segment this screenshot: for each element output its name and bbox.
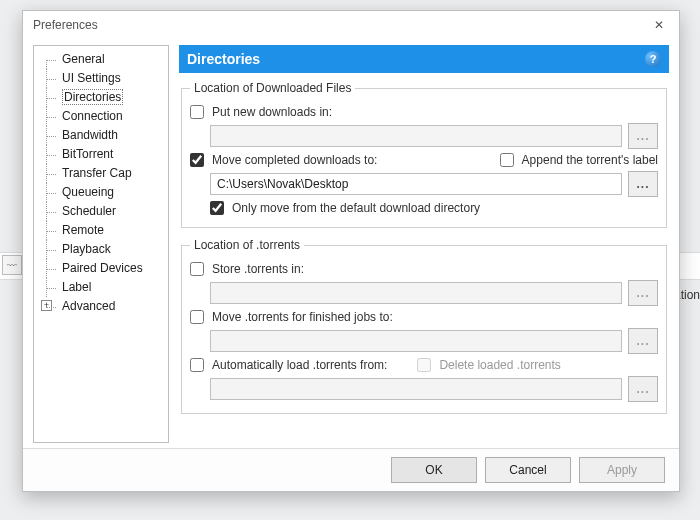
checkbox-input[interactable] <box>190 310 204 324</box>
settings-panel: Directories ? Location of Downloaded Fil… <box>179 45 669 443</box>
browse-button[interactable]: ... <box>628 376 658 402</box>
checkbox-label: Put new downloads in: <box>212 104 332 120</box>
group-legend-torrents: Location of .torrents <box>190 238 304 252</box>
checkbox-only-move-default[interactable]: Only move from the default download dire… <box>210 200 480 216</box>
tree-item-label[interactable]: Label <box>34 278 168 297</box>
put-new-path-input[interactable] <box>210 125 622 147</box>
checkbox-input[interactable] <box>190 153 204 167</box>
tree-item-transfer-cap[interactable]: Transfer Cap <box>34 164 168 183</box>
checkbox-input[interactable] <box>210 201 224 215</box>
tree-item-general[interactable]: General <box>34 50 168 69</box>
tree-item-bandwidth[interactable]: Bandwidth <box>34 126 168 145</box>
tree-item-label: Playback <box>62 242 111 256</box>
expand-icon[interactable]: + <box>41 300 52 311</box>
store-torrents-path-input[interactable] <box>210 282 622 304</box>
cancel-button[interactable]: Cancel <box>485 457 571 483</box>
checkbox-append-label[interactable]: Append the torrent's label <box>500 152 658 168</box>
tree-item-label: Transfer Cap <box>62 166 132 180</box>
tree-item-label: Directories <box>62 89 123 105</box>
checkbox-store-torrents[interactable]: Store .torrents in: <box>190 261 304 277</box>
tree-item-label: UI Settings <box>62 71 121 85</box>
group-downloaded-files: Location of Downloaded Files Put new dow… <box>181 81 667 228</box>
move-completed-path-input[interactable] <box>210 173 622 195</box>
checkbox-input <box>417 358 431 372</box>
tree-item-ui-settings[interactable]: UI Settings <box>34 69 168 88</box>
close-icon: ✕ <box>654 18 664 32</box>
checkbox-label: Move .torrents for finished jobs to: <box>212 309 393 325</box>
window-title: Preferences <box>33 18 639 32</box>
checkbox-label: Append the torrent's label <box>522 152 658 168</box>
checkbox-delete-loaded: Delete loaded .torrents <box>417 357 560 373</box>
tree-item-label: Remote <box>62 223 104 237</box>
group-torrents-location: Location of .torrents Store .torrents in… <box>181 238 667 414</box>
help-icon[interactable]: ? <box>645 51 661 67</box>
auto-load-path-input[interactable] <box>210 378 622 400</box>
tree-item-playback[interactable]: Playback <box>34 240 168 259</box>
tree-item-queueing[interactable]: Queueing <box>34 183 168 202</box>
tree-item-label-text: Label <box>62 280 91 294</box>
tree-item-label: Queueing <box>62 185 114 199</box>
checkbox-auto-load-torrents[interactable]: Automatically load .torrents from: <box>190 357 387 373</box>
checkbox-move-completed[interactable]: Move completed downloads to: <box>190 152 377 168</box>
category-tree[interactable]: General UI Settings Directories Connecti… <box>33 45 169 443</box>
tree-item-label: Scheduler <box>62 204 116 218</box>
checkbox-label: Store .torrents in: <box>212 261 304 277</box>
background-toolbar-button[interactable]: 〰 <box>2 255 22 275</box>
tree-item-directories[interactable]: Directories <box>34 88 168 107</box>
tree-item-label: Connection <box>62 109 123 123</box>
checkbox-input[interactable] <box>190 105 204 119</box>
tree-item-label: Bandwidth <box>62 128 118 142</box>
checkbox-move-finished-torrents[interactable]: Move .torrents for finished jobs to: <box>190 309 393 325</box>
dialog-footer: OK Cancel Apply <box>23 448 679 491</box>
tree-item-advanced[interactable]: + Advanced <box>34 297 168 316</box>
tree-item-remote[interactable]: Remote <box>34 221 168 240</box>
checkbox-label: Automatically load .torrents from: <box>212 357 387 373</box>
titlebar: Preferences ✕ <box>23 11 679 39</box>
checkbox-label: Move completed downloads to: <box>212 152 377 168</box>
preferences-dialog: Preferences ✕ General UI Settings Direct… <box>22 10 680 492</box>
tree-item-label: Advanced <box>62 299 115 313</box>
tree-item-label: Paired Devices <box>62 261 143 275</box>
checkbox-label: Delete loaded .torrents <box>439 357 560 373</box>
move-finished-path-input[interactable] <box>210 330 622 352</box>
browse-button[interactable]: ... <box>628 171 658 197</box>
tree-item-bittorrent[interactable]: BitTorrent <box>34 145 168 164</box>
ok-button[interactable]: OK <box>391 457 477 483</box>
tree-item-label: General <box>62 52 105 66</box>
browse-button[interactable]: ... <box>628 123 658 149</box>
tree-item-paired-devices[interactable]: Paired Devices <box>34 259 168 278</box>
close-button[interactable]: ✕ <box>639 11 679 39</box>
checkbox-label: Only move from the default download dire… <box>232 200 480 216</box>
checkbox-input[interactable] <box>190 262 204 276</box>
browse-button[interactable]: ... <box>628 280 658 306</box>
checkbox-input[interactable] <box>500 153 514 167</box>
apply-button[interactable]: Apply <box>579 457 665 483</box>
panel-title: Directories <box>187 51 260 67</box>
tree-item-connection[interactable]: Connection <box>34 107 168 126</box>
checkbox-input[interactable] <box>190 358 204 372</box>
panel-header: Directories ? <box>179 45 669 73</box>
tree-item-scheduler[interactable]: Scheduler <box>34 202 168 221</box>
checkbox-put-new-downloads[interactable]: Put new downloads in: <box>190 104 332 120</box>
browse-button[interactable]: ... <box>628 328 658 354</box>
group-legend-downloaded: Location of Downloaded Files <box>190 81 355 95</box>
tree-item-label: BitTorrent <box>62 147 113 161</box>
